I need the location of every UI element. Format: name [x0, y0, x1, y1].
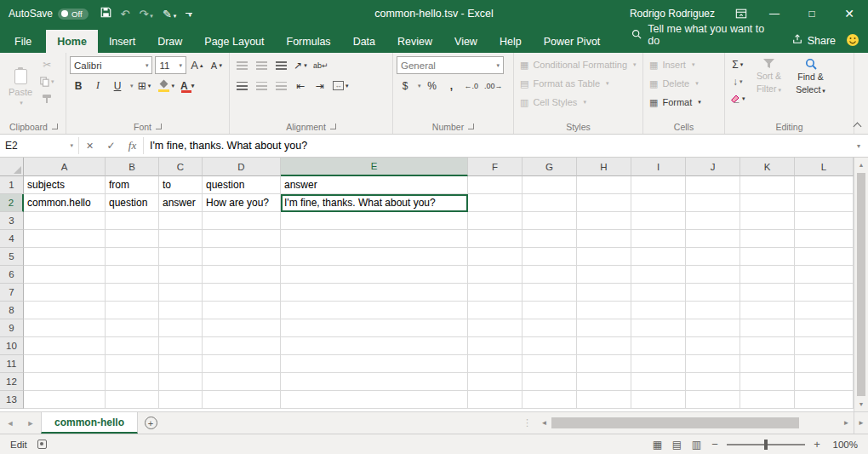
- normal-view-icon[interactable]: ▦: [649, 436, 665, 452]
- cell-H10[interactable]: [577, 337, 631, 355]
- cell-F4[interactable]: [468, 230, 523, 248]
- tab-page-layout[interactable]: Page Layout: [193, 30, 275, 54]
- name-box-dropdown-icon[interactable]: [70, 142, 73, 149]
- cell-J7[interactable]: [686, 284, 740, 302]
- italic-button[interactable]: I: [89, 77, 106, 95]
- cell-H12[interactable]: [577, 373, 631, 391]
- align-center-button[interactable]: [253, 77, 270, 95]
- cell-L4[interactable]: [795, 230, 854, 248]
- tab-data[interactable]: Data: [342, 30, 386, 54]
- cell-B4[interactable]: [106, 230, 159, 248]
- align-right-button[interactable]: [272, 77, 289, 95]
- format-cells-button[interactable]: ▦ Format: [647, 94, 721, 111]
- cell-A7[interactable]: [24, 284, 106, 302]
- fill-button[interactable]: ↓: [728, 73, 747, 90]
- cell-B2[interactable]: question: [106, 194, 159, 212]
- share-button[interactable]: Share: [782, 28, 846, 53]
- cell-L5[interactable]: [795, 248, 854, 266]
- cell-A12[interactable]: [24, 373, 106, 391]
- clipboard-dialog-launcher-icon[interactable]: [52, 124, 58, 129]
- row-header-2[interactable]: 2: [0, 194, 24, 212]
- scroll-left-icon[interactable]: ◄: [537, 412, 551, 434]
- cell-K7[interactable]: [740, 284, 795, 302]
- cell-G4[interactable]: [523, 230, 577, 248]
- cell-I3[interactable]: [631, 212, 686, 230]
- feedback-smiley-icon[interactable]: [846, 33, 859, 54]
- col-header-F[interactable]: F: [468, 158, 523, 176]
- cell-F1[interactable]: [468, 176, 523, 194]
- select-all-corner[interactable]: [0, 158, 24, 176]
- cell-K4[interactable]: [740, 230, 795, 248]
- underline-button[interactable]: U: [109, 77, 126, 95]
- cell-D6[interactable]: [203, 266, 281, 284]
- merge-center-button[interactable]: ↔: [331, 77, 351, 95]
- cell-C10[interactable]: [159, 337, 203, 355]
- cell-J13[interactable]: [686, 391, 740, 409]
- cell-B8[interactable]: [106, 302, 159, 319]
- cell-D7[interactable]: [203, 284, 281, 302]
- cell-G13[interactable]: [523, 391, 577, 409]
- cell-A8[interactable]: [24, 302, 106, 319]
- cell-I10[interactable]: [631, 337, 686, 355]
- cell-C2[interactable]: answer: [159, 194, 203, 212]
- tab-view[interactable]: View: [443, 30, 488, 54]
- cell-E6[interactable]: [281, 266, 468, 284]
- cell-I5[interactable]: [631, 248, 686, 266]
- col-header-L[interactable]: L: [795, 158, 854, 176]
- cell-C4[interactable]: [159, 230, 203, 248]
- previous-sheet-icon[interactable]: ◄: [0, 412, 20, 434]
- cell-J8[interactable]: [686, 302, 740, 319]
- cell-D8[interactable]: [203, 302, 281, 319]
- cell-C7[interactable]: [159, 284, 203, 302]
- enter-entry-button[interactable]: ✓: [100, 135, 122, 157]
- cell-B5[interactable]: [106, 248, 159, 266]
- comma-style-button[interactable]: ,: [443, 77, 460, 95]
- cell-B9[interactable]: [106, 319, 159, 337]
- cell-B7[interactable]: [106, 284, 159, 302]
- cell-A11[interactable]: [24, 355, 106, 373]
- cell-G11[interactable]: [523, 355, 577, 373]
- row-header-9[interactable]: 9: [0, 319, 24, 337]
- redo-icon[interactable]: ↷: [139, 8, 152, 20]
- conditional-formatting-button[interactable]: ▦ Conditional Formatting: [517, 56, 639, 73]
- cell-H13[interactable]: [577, 391, 631, 409]
- cell-C3[interactable]: [159, 212, 203, 230]
- cell-C13[interactable]: [159, 391, 203, 409]
- expand-formula-bar-icon[interactable]: ▾: [849, 135, 868, 157]
- page-break-preview-icon[interactable]: ▥: [688, 436, 705, 452]
- insert-function-button[interactable]: fx: [122, 135, 143, 157]
- cell-H4[interactable]: [577, 230, 631, 248]
- cell-G7[interactable]: [523, 284, 577, 302]
- accounting-format-button[interactable]: $: [397, 77, 414, 95]
- cell-D9[interactable]: [203, 319, 281, 337]
- cell-D2[interactable]: How are you?: [203, 194, 281, 212]
- increase-indent-button[interactable]: ⇥: [311, 77, 328, 95]
- cell-F6[interactable]: [468, 266, 523, 284]
- cell-F2[interactable]: [468, 194, 523, 212]
- cell-E2[interactable]: I'm fine, thanks. What about you?: [281, 194, 468, 212]
- cell-E8[interactable]: [281, 302, 468, 319]
- borders-button[interactable]: ⊞: [136, 77, 153, 95]
- row-header-6[interactable]: 6: [0, 266, 24, 284]
- cell-G6[interactable]: [523, 266, 577, 284]
- cell-A5[interactable]: [24, 248, 106, 266]
- format-as-table-button[interactable]: ▤ Format as Table: [517, 75, 639, 92]
- cell-I8[interactable]: [631, 302, 686, 319]
- cell-K9[interactable]: [740, 319, 795, 337]
- cell-H6[interactable]: [577, 266, 631, 284]
- cell-A13[interactable]: [24, 391, 106, 409]
- zoom-slider-thumb[interactable]: [764, 440, 768, 450]
- cell-B1[interactable]: from: [106, 176, 159, 194]
- zoom-in-button[interactable]: +: [810, 438, 824, 451]
- cut-button[interactable]: ✂: [38, 56, 56, 73]
- col-header-J[interactable]: J: [686, 158, 740, 176]
- cell-G1[interactable]: [523, 176, 577, 194]
- cell-J6[interactable]: [686, 266, 740, 284]
- zoom-out-button[interactable]: −: [708, 438, 722, 451]
- new-sheet-button[interactable]: +: [138, 412, 163, 434]
- cell-B11[interactable]: [106, 355, 159, 373]
- col-header-G[interactable]: G: [523, 158, 577, 176]
- cell-J9[interactable]: [686, 319, 740, 337]
- vertical-scroll-thumb[interactable]: [857, 173, 865, 396]
- find-select-button[interactable]: Find & Select: [791, 56, 831, 119]
